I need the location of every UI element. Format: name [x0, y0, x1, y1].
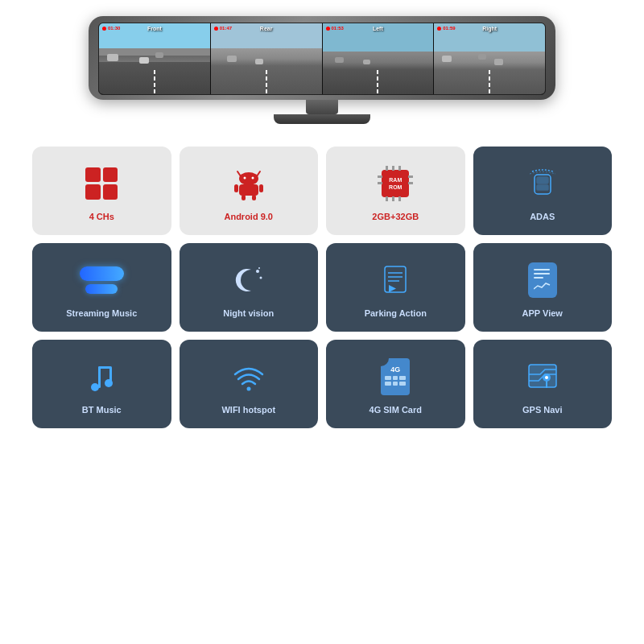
svg-point-21 — [91, 383, 99, 391]
svg-rect-5 — [239, 184, 258, 196]
camera-body: 01:30 Front 01:47 Rear 01:53 Left — [89, 16, 555, 100]
cam-label-front: Front — [147, 26, 162, 31]
feature-label-app: APP View — [522, 308, 563, 319]
feature-android: Android 9.0 — [180, 147, 319, 235]
cam-view-front: 01:30 Front — [99, 23, 211, 94]
streaming-bar — [80, 266, 124, 281]
sim-notch — [381, 358, 389, 366]
camera-base — [274, 114, 370, 124]
svg-rect-7 — [259, 184, 263, 192]
svg-point-15 — [258, 267, 260, 269]
road-lines-rear — [266, 70, 267, 94]
car-right-3 — [494, 59, 503, 65]
svg-rect-24 — [98, 366, 111, 369]
svg-rect-25 — [109, 366, 112, 384]
cam-view-left: 01:53 Left — [323, 23, 435, 94]
feature-night: Night vision — [180, 243, 319, 332]
car-rear-1 — [227, 56, 237, 62]
grid-cell-1 — [85, 167, 101, 183]
svg-rect-23 — [98, 366, 101, 388]
app-graph — [534, 281, 551, 291]
cam-view-right: 01:59 Right — [434, 23, 545, 94]
grid-cell-2 — [103, 167, 118, 183]
cam-label-left: Left — [373, 26, 383, 31]
car-right-2 — [478, 54, 486, 60]
app-phone-icon — [528, 262, 557, 298]
grid-cell-4 — [103, 184, 118, 200]
rec-time-front: 01:30 — [108, 26, 120, 31]
rec-indicator-front — [102, 27, 106, 31]
app-view-icon — [522, 259, 564, 301]
svg-rect-32 — [399, 382, 406, 386]
feature-sim: 4G 4G SIM Card — [326, 340, 465, 428]
moon-stars-icon — [228, 259, 270, 301]
svg-line-1 — [257, 171, 260, 176]
chip-pin-r1 — [408, 175, 413, 178]
sim-card-body: 4G — [381, 358, 410, 395]
feature-ram: RAM ROM 2GB+32GB — [326, 147, 465, 235]
adas-icon — [522, 163, 564, 204]
car-left-2 — [363, 60, 370, 64]
chip-pin-b1 — [386, 196, 388, 201]
feature-bt: BT Music — [32, 340, 171, 428]
rec-indicator-right — [437, 27, 441, 31]
chip-body: RAM ROM — [382, 170, 409, 197]
car-front-2 — [139, 57, 149, 64]
svg-rect-6 — [234, 184, 238, 192]
feature-label-parking: Parking Action — [365, 308, 427, 319]
svg-point-26 — [246, 386, 250, 390]
chip-pin-b2 — [392, 196, 394, 201]
feature-label-gps: GPS Navi — [522, 404, 563, 415]
svg-marker-20 — [389, 285, 396, 292]
svg-rect-27 — [385, 376, 391, 380]
chip-pin-r2 — [408, 182, 413, 184]
car-rear-2 — [255, 59, 263, 64]
wifi-icon — [228, 356, 270, 398]
car-front-3 — [155, 52, 163, 58]
chip-icon: RAM ROM — [374, 163, 416, 204]
feature-4chs: 4 CHs — [32, 147, 171, 235]
svg-point-4 — [251, 176, 254, 179]
feature-label-4chs: 4 CHs — [89, 211, 114, 222]
streaming-icon — [80, 259, 122, 301]
sim-contacts — [384, 375, 407, 391]
sim-4g-text: 4G — [390, 365, 400, 374]
camera-stand — [306, 100, 338, 114]
road-lines-front — [154, 70, 155, 94]
feature-label-sim: 4G SIM Card — [369, 404, 422, 415]
app-line-1 — [534, 269, 550, 270]
chip-pin-l2 — [378, 182, 382, 184]
bt-music-icon — [80, 356, 122, 398]
chip-text-ram: RAM — [389, 176, 402, 184]
chip-pin-t2 — [392, 166, 394, 171]
features-grid: 4 CHs — [32, 147, 612, 428]
feature-gps: GPS Navi — [473, 340, 613, 428]
android-icon — [228, 163, 270, 204]
chip-pin-t1 — [386, 166, 388, 171]
rec-time-right: 01:59 — [443, 26, 455, 31]
chip-pin-b3 — [398, 196, 401, 201]
road-lines-left — [377, 70, 378, 94]
car-left-1 — [335, 57, 344, 63]
gps-nav-icon — [522, 356, 564, 398]
svg-point-2 — [239, 172, 258, 185]
rec-time-rear: 01:47 — [220, 26, 232, 31]
svg-point-35 — [545, 376, 548, 379]
feature-parking: Parking Action — [326, 243, 465, 332]
svg-rect-31 — [393, 382, 398, 386]
parking-icon — [374, 259, 416, 301]
car-right-1 — [442, 56, 452, 62]
svg-rect-8 — [242, 195, 246, 200]
feature-label-adas: ADAS — [530, 211, 555, 222]
rec-indicator-left — [326, 27, 330, 31]
app-screen-lines — [534, 269, 551, 291]
chip-pin-t3 — [398, 166, 401, 171]
rec-time-left: 01:53 — [332, 26, 344, 31]
feature-label-streaming: Streaming Music — [66, 308, 137, 319]
road-lines-right — [489, 70, 490, 94]
cam-label-right: Right — [482, 26, 497, 31]
svg-rect-29 — [399, 376, 406, 380]
cam-view-rear: 01:47 Rear — [211, 23, 323, 94]
sim-card-icon: 4G — [374, 356, 416, 398]
feature-app: APP View — [473, 243, 613, 332]
